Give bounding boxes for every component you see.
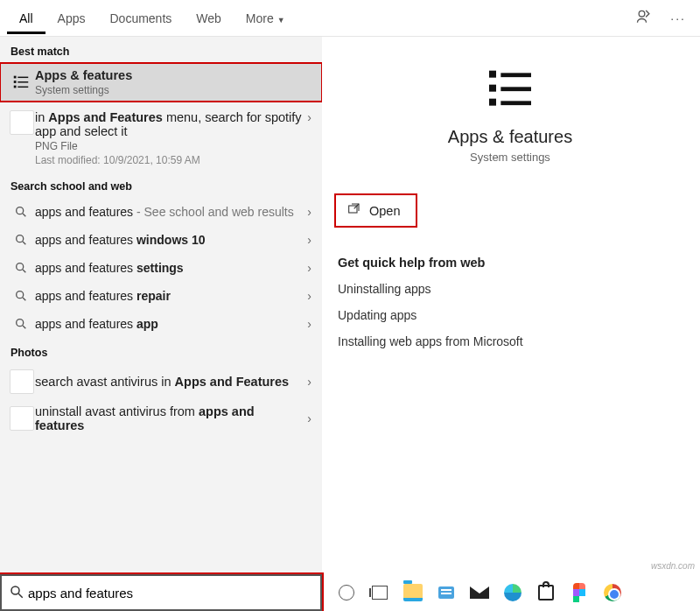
search-input[interactable] [24,582,313,604]
web-result-2[interactable]: apps and features settings › [0,254,322,282]
web-result-3[interactable]: apps and features repair › [0,282,322,310]
svg-point-9 [17,235,24,242]
result-subtitle: System settings [35,84,306,96]
mail-icon[interactable] [467,580,492,605]
svg-line-16 [23,326,25,328]
result-title: Apps & features [35,68,306,82]
svg-point-0 [639,11,645,17]
search-icon [9,584,24,602]
chevron-right-icon: › [307,110,312,124]
search-icon [7,289,35,303]
svg-point-24 [11,586,19,594]
search-icon [7,233,35,247]
search-icon [7,317,35,331]
svg-rect-19 [489,99,496,106]
result-apps-and-features[interactable]: Apps & features System settings [0,63,322,102]
web-result-1[interactable]: apps and features windows 10 › [0,226,322,254]
file-thumbnail-icon [10,406,34,431]
chevron-right-icon: › [307,233,312,247]
store-icon[interactable] [534,580,558,605]
taskbar [0,574,700,611]
web-result-0[interactable]: apps and features - See school and web r… [0,198,322,226]
search-icon [7,205,35,219]
chevron-right-icon: › [307,411,312,425]
figma-icon[interactable] [567,580,592,605]
svg-line-12 [23,270,25,272]
svg-rect-28 [441,593,452,594]
quick-link-updating[interactable]: Updating apps [338,308,682,322]
quick-help-heading: Get quick help from web [338,256,682,270]
svg-rect-20 [500,73,531,77]
open-icon [346,202,360,219]
section-school-web: Search school and web [0,172,322,198]
tab-apps[interactable]: Apps [46,2,98,34]
file-explorer-icon[interactable] [401,580,425,605]
results-panel: Best match Apps & features System settin… [0,37,322,574]
svg-line-8 [23,214,25,216]
cortana-icon[interactable] [334,580,359,605]
svg-point-7 [17,207,24,214]
detail-panel: Apps & features System settings Open Get… [322,37,700,574]
list-settings-icon [482,61,538,120]
search-icon [7,261,35,275]
tab-more[interactable]: More▼ [234,2,298,34]
chevron-right-icon: › [307,205,312,219]
svg-rect-27 [441,589,452,591]
task-view-icon[interactable] [368,580,392,605]
section-best-match: Best match [0,37,322,63]
open-button[interactable]: Open [334,193,417,228]
svg-rect-1 [14,76,17,79]
svg-rect-22 [500,101,531,105]
quick-link-uninstalling[interactable]: Uninstalling apps [338,282,682,296]
svg-rect-3 [14,86,17,88]
svg-point-11 [17,263,24,270]
svg-line-10 [23,242,25,244]
svg-line-14 [23,298,25,300]
file-modified: Last modified: 10/9/2021, 10:59 AM [35,154,302,166]
tab-all[interactable]: All [7,2,46,34]
top-bar: All Apps Documents Web More▼ ··· [0,0,700,37]
svg-rect-17 [489,71,496,78]
svg-rect-2 [14,81,17,83]
edge-icon[interactable] [500,580,525,605]
web-result-4[interactable]: apps and features app › [0,310,322,338]
svg-point-13 [17,291,24,298]
chevron-right-icon: › [307,261,312,275]
chevron-right-icon: › [307,289,312,303]
photo-result-0[interactable]: search avast antivirus in Apps and Featu… [0,364,322,399]
open-label: Open [369,204,400,218]
svg-rect-4 [18,77,28,78]
filter-tabs: All Apps Documents Web More▼ [7,2,298,34]
detail-subtitle: System settings [338,151,682,164]
app-icon[interactable] [434,580,458,605]
quick-link-installing-web[interactable]: Installing web apps from Microsoft [338,334,682,348]
svg-rect-21 [500,87,531,91]
svg-line-25 [18,593,23,598]
result-file-png[interactable]: in Apps and Features menu, search for sp… [0,102,322,172]
file-thumbnail-icon [10,110,34,135]
svg-rect-6 [18,87,28,88]
section-photos: Photos [0,338,322,364]
tab-documents[interactable]: Documents [97,2,184,34]
svg-point-15 [17,320,24,327]
search-box[interactable] [0,574,322,611]
chevron-right-icon: › [307,317,312,331]
svg-rect-5 [18,81,28,82]
chrome-icon[interactable] [600,580,625,605]
file-thumbnail-icon [10,369,34,394]
chevron-right-icon: › [307,375,312,389]
file-title: in Apps and Features menu, search for sp… [35,110,302,138]
list-settings-icon [7,73,35,92]
file-type: PNG File [35,140,302,152]
photo-result-1[interactable]: uninstall avast antivirus from apps and … [0,399,322,438]
feedback-icon[interactable] [635,8,653,28]
watermark: wsxdn.com [651,561,695,571]
chevron-down-icon: ▼ [277,16,285,25]
detail-title: Apps & features [338,127,682,147]
more-options-icon[interactable]: ··· [670,11,686,25]
svg-rect-18 [489,85,496,92]
tab-web[interactable]: Web [184,2,234,34]
